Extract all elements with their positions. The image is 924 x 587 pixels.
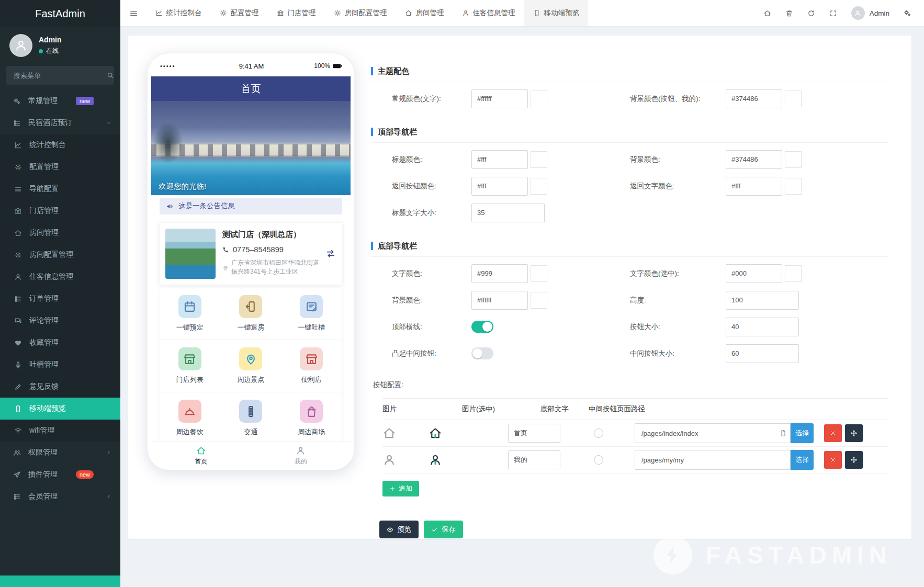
sidebar-item[interactable]: 导航配置 — [0, 178, 120, 200]
bottom-text-input[interactable] — [508, 450, 560, 469]
sidebar-item[interactable]: 房间配置管理 — [0, 244, 120, 266]
grid-item-label: 周边景点 — [237, 375, 264, 385]
field-input[interactable] — [471, 177, 528, 196]
field-input[interactable] — [726, 291, 799, 310]
sidebar-item[interactable]: 配置管理 — [0, 156, 120, 178]
page-path-input[interactable] — [635, 450, 791, 470]
color-picker-swatch[interactable] — [785, 91, 802, 107]
middle-button-radio[interactable] — [594, 455, 603, 465]
trash-icon[interactable] — [785, 9, 793, 17]
battery-indicator: 100% — [314, 61, 343, 71]
color-picker-swatch[interactable] — [785, 178, 802, 195]
color-picker-swatch[interactable] — [531, 265, 547, 282]
sidebar-footer-bar[interactable] — [0, 575, 120, 587]
field-input[interactable] — [726, 344, 799, 363]
topbar-tab[interactable]: 住客信息管理 — [453, 0, 524, 26]
preview-button[interactable]: 预览 — [379, 521, 419, 538]
topbar-tab[interactable]: 房间管理 — [396, 0, 453, 26]
toggle-switch[interactable] — [471, 321, 493, 333]
grid-item[interactable]: 一键预定 — [160, 288, 220, 340]
grid-item-label: 便利店 — [301, 375, 322, 385]
tab-image-selected-icon[interactable] — [429, 426, 442, 440]
menu-icon — [13, 405, 23, 413]
sidebar-item[interactable]: 住客信息管理 — [0, 266, 120, 288]
color-picker-swatch[interactable] — [531, 151, 547, 168]
sidebar-item[interactable]: 吐槽管理 — [0, 354, 120, 376]
store-card[interactable]: 测试门店（深圳总店） 0775–8545899 广东省深圳市福田区华强北街道 振… — [160, 223, 342, 285]
save-button[interactable]: 保存 — [424, 521, 463, 538]
topbar-tab[interactable]: 房间配置管理 — [325, 0, 396, 26]
swap-store-icon[interactable] — [325, 249, 336, 259]
color-picker-swatch[interactable] — [531, 178, 547, 195]
delete-row-button[interactable] — [824, 424, 842, 442]
refresh-icon[interactable] — [807, 9, 815, 17]
tab-image-selected-icon[interactable] — [429, 453, 442, 467]
topbar-user-menu[interactable]: Admin — [851, 6, 889, 20]
sidebar-item[interactable]: 评论管理 — [0, 310, 120, 332]
grid-item[interactable]: 一键退房 — [220, 288, 281, 340]
bottom-text-input[interactable] — [508, 424, 560, 443]
sidebar-item[interactable]: 民宿酒店预订 — [0, 112, 120, 134]
grid-item[interactable]: 一键吐槽 — [281, 288, 342, 340]
topbar-tab[interactable]: 统计控制台 — [147, 0, 211, 26]
phone-tab[interactable]: 我的 — [251, 442, 351, 470]
move-row-button[interactable] — [845, 451, 863, 469]
delete-row-button[interactable] — [824, 451, 842, 469]
grid-item[interactable]: 便利店 — [281, 340, 342, 392]
field-input[interactable] — [471, 89, 528, 108]
field-input[interactable] — [471, 204, 545, 222]
color-picker-swatch[interactable] — [531, 91, 547, 107]
sidebar-item[interactable]: 收藏管理 — [0, 332, 120, 354]
field-input[interactable] — [726, 177, 782, 196]
sidebar-item[interactable]: wifi管理 — [0, 420, 120, 442]
topbar-tab[interactable]: 移动端预览 — [524, 0, 589, 26]
grid-item[interactable]: 交通 — [220, 392, 281, 445]
sidebar-item[interactable]: 常规管理 new — [0, 90, 120, 112]
append-button[interactable]: 追加 — [382, 481, 419, 496]
color-picker-swatch[interactable] — [785, 151, 802, 168]
field-input[interactable] — [726, 89, 782, 108]
select-button[interactable]: 选择 — [791, 423, 814, 443]
settings-icon[interactable] — [904, 9, 911, 17]
field-input[interactable] — [726, 150, 782, 169]
sidebar-item[interactable]: 插件管理 new — [0, 464, 120, 486]
sidebar-item[interactable]: 统计控制台 — [0, 134, 120, 156]
field-label: 凸起中间按钮: — [392, 349, 471, 358]
tab-image-icon[interactable] — [382, 426, 396, 440]
search-input[interactable] — [13, 71, 107, 80]
search-icon[interactable] — [107, 72, 114, 79]
sidebar-toggle-icon[interactable] — [120, 0, 147, 26]
home-icon[interactable] — [763, 9, 771, 17]
sidebar-item[interactable]: 门店管理 — [0, 200, 120, 222]
phone-tab[interactable]: 首页 — [151, 442, 251, 470]
topbar-tab[interactable]: 配置管理 — [211, 0, 268, 26]
announcement-bar[interactable]: 这是一条公告信息 — [160, 198, 342, 215]
topbar-tab[interactable]: 门店管理 — [268, 0, 325, 26]
color-picker-swatch[interactable] — [531, 292, 547, 309]
page-path-input[interactable] — [635, 423, 791, 443]
sidebar-item[interactable]: 移动端预览 — [0, 398, 120, 420]
sidebar-item[interactable]: 会员管理 — [0, 486, 120, 507]
grid-item[interactable]: 门店列表 — [160, 340, 220, 392]
middle-button-radio[interactable] — [594, 428, 603, 438]
sidebar-item[interactable]: 意见反馈 — [0, 376, 120, 398]
fullscreen-icon[interactable] — [829, 9, 837, 17]
grid-item[interactable]: 周边景点 — [220, 340, 281, 392]
move-row-button[interactable] — [845, 424, 863, 442]
sidebar-item[interactable]: 订单管理 — [0, 288, 120, 310]
sidebar-item[interactable]: 房间管理 — [0, 222, 120, 244]
field-input[interactable] — [471, 264, 528, 283]
toggle-switch[interactable] — [471, 347, 493, 359]
grid-item[interactable]: 周边餐饮 — [160, 392, 220, 445]
field-input[interactable] — [471, 291, 528, 310]
select-button[interactable]: 选择 — [791, 450, 814, 470]
tab-image-icon[interactable] — [382, 453, 396, 467]
sidebar-search[interactable] — [6, 66, 114, 85]
grid-item[interactable]: 周边商场 — [281, 392, 342, 445]
sidebar-item[interactable]: 权限管理 — [0, 442, 120, 464]
field-input[interactable] — [726, 318, 799, 336]
field-input[interactable] — [471, 150, 528, 169]
sidebar-item-label: 会员管理 — [28, 492, 58, 501]
color-picker-swatch[interactable] — [785, 265, 802, 282]
field-input[interactable] — [726, 264, 782, 283]
